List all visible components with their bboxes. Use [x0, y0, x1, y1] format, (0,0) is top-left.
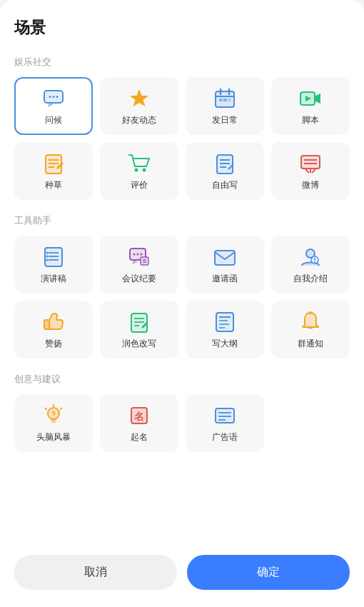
svg-line-39	[312, 169, 315, 173]
section-grid-1: 问候 好友动态 发日常	[14, 77, 350, 200]
svg-marker-5	[130, 89, 148, 106]
item-jiaoben[interactable]: 脚本	[271, 77, 350, 135]
svg-rect-13	[228, 99, 231, 101]
svg-rect-12	[223, 99, 227, 101]
svg-rect-57	[215, 251, 235, 265]
cart-icon	[128, 152, 151, 175]
item-zhongcao[interactable]: 种草	[14, 142, 93, 200]
svg-rect-85	[51, 419, 56, 421]
svg-point-50	[133, 254, 136, 256]
video-icon	[299, 87, 322, 110]
item-huiyi-label: 会议纪要	[122, 273, 156, 285]
calendar-icon	[213, 87, 236, 110]
svg-point-47	[46, 259, 49, 261]
item-tounao[interactable]: 头脑风暴	[14, 394, 93, 452]
item-zanchang-label: 赞扬	[45, 338, 62, 350]
confirm-button[interactable]: 确定	[187, 555, 350, 590]
svg-marker-16	[315, 94, 320, 104]
item-pingjia[interactable]: 评价	[100, 142, 178, 200]
item-xiedagang[interactable]: 写大纲	[186, 301, 264, 358]
cancel-button[interactable]: 取消	[14, 555, 177, 590]
item-guanggao[interactable]: 广告语	[186, 394, 264, 452]
item-farichang-label: 发日常	[212, 114, 238, 126]
svg-point-3	[53, 96, 55, 98]
bell-icon	[299, 311, 322, 333]
item-qiming-label: 起名	[131, 431, 148, 443]
item-huiyi[interactable]: 会议纪要	[100, 236, 178, 294]
item-yaoqing-label: 邀请函	[212, 273, 238, 285]
person-icon	[299, 246, 322, 269]
section-grid-3: 头脑风暴 名 起名 广告语	[14, 394, 350, 452]
page-container: 场景 娱乐社交 问候 好友动态	[0, 0, 364, 543]
chat-purple-icon	[128, 246, 151, 269]
weibo-icon	[299, 152, 322, 175]
star-icon	[128, 87, 151, 110]
item-xiedagang-label: 写大纲	[212, 338, 238, 350]
chat-icon	[42, 87, 65, 110]
page-title: 场景	[14, 17, 350, 39]
item-yanjiang-label: 演讲稿	[41, 273, 66, 285]
edit-green-icon	[128, 311, 151, 333]
item-ziyouxie-label: 自由写	[212, 179, 238, 191]
item-zanchang[interactable]: 赞扬	[14, 301, 93, 358]
item-runchong-label: 润色改写	[122, 338, 156, 350]
name-icon: 名	[128, 404, 151, 427]
thumb-icon	[42, 311, 65, 333]
section-label-1: 娱乐社交	[14, 56, 350, 69]
item-quntongzhi-label: 群通知	[298, 338, 323, 350]
item-weibo[interactable]: 微博	[271, 142, 350, 200]
section-label-2: 工具助手	[14, 214, 350, 227]
svg-point-64	[314, 261, 315, 263]
svg-line-83	[46, 408, 47, 410]
item-farichang[interactable]: 发日常	[186, 77, 264, 135]
section-grid-2: 演讲稿 会议纪要 邀请	[14, 236, 350, 358]
svg-rect-18	[46, 155, 61, 174]
item-yanjiang[interactable]: 演讲稿	[14, 236, 93, 294]
bottom-bar: 取消 确定	[0, 543, 364, 607]
item-pingjia-label: 评价	[131, 179, 148, 191]
item-ziwo[interactable]: 自我介绍	[271, 236, 350, 294]
pencil-blue-icon	[213, 152, 236, 175]
svg-point-51	[137, 254, 139, 256]
item-jiaoben-label: 脚本	[302, 114, 319, 126]
item-wenhao-label: 问候	[45, 114, 62, 126]
ad-icon	[213, 404, 236, 427]
svg-point-25	[143, 169, 146, 172]
item-wenhao[interactable]: 问候	[14, 77, 93, 135]
item-ziyouxie[interactable]: 自由写	[186, 142, 264, 200]
item-guanggao-label: 广告语	[212, 431, 238, 443]
mail-icon	[213, 246, 236, 269]
svg-text:名: 名	[133, 411, 144, 422]
bulb-icon	[42, 404, 65, 427]
item-ziwo-label: 自我介绍	[293, 273, 328, 285]
svg-rect-11	[219, 99, 223, 101]
svg-rect-53	[141, 257, 148, 265]
svg-line-37	[305, 169, 309, 173]
svg-point-79	[309, 311, 312, 314]
note-orange-icon	[42, 152, 65, 175]
item-zhongcao-label: 种草	[45, 179, 62, 191]
svg-point-46	[46, 256, 49, 258]
section-label-3: 创意与建议	[14, 373, 350, 386]
svg-point-24	[135, 169, 138, 172]
item-haoyou-label: 好友动态	[122, 114, 156, 126]
list-blue-icon	[42, 246, 65, 269]
item-qiming[interactable]: 名 起名	[100, 394, 178, 452]
svg-rect-93	[216, 408, 234, 423]
svg-point-4	[56, 96, 59, 98]
svg-rect-73	[216, 313, 233, 331]
svg-rect-67	[131, 313, 147, 332]
svg-point-52	[141, 254, 143, 256]
svg-line-84	[61, 408, 62, 410]
item-runchong[interactable]: 润色改写	[100, 301, 178, 358]
item-yaoqing[interactable]: 邀请函	[186, 236, 264, 294]
item-haoyou[interactable]: 好友动态	[100, 77, 178, 135]
svg-point-45	[46, 252, 49, 254]
item-weibo-label: 微博	[302, 179, 319, 191]
svg-rect-86	[51, 421, 56, 423]
outline-icon	[213, 311, 236, 333]
svg-rect-33	[301, 156, 320, 169]
svg-rect-27	[217, 155, 233, 174]
svg-rect-65	[44, 320, 49, 329]
item-quntongzhi[interactable]: 群通知	[271, 301, 350, 358]
